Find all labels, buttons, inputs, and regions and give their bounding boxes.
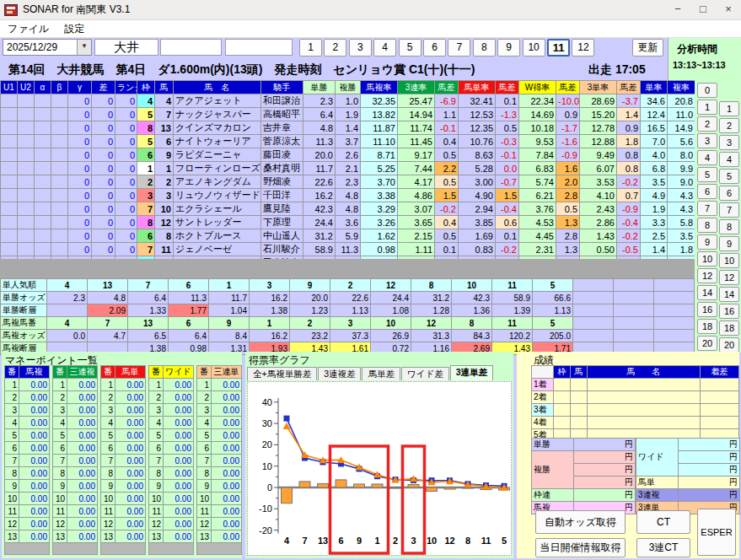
odds-rank-table: 単人気順41376139212810115単勝オッズ2.34.86.411.31… (0, 278, 695, 355)
odds-cell: 11 (492, 317, 533, 330)
select2-button-12[interactable]: 12 (719, 270, 739, 285)
select2-button-3[interactable]: 3 (719, 135, 739, 150)
esper-button[interactable]: ESPER (697, 509, 736, 556)
auto-odds-button[interactable]: 自動オッズ取得 (535, 510, 626, 534)
select-button-10[interactable]: 10 (697, 251, 717, 267)
race-button-3[interactable]: 3 (349, 39, 372, 57)
select-button-0[interactable]: 0 (697, 83, 717, 98)
zero-cell: 0 (115, 108, 137, 121)
select-button-14[interactable]: 14 (697, 285, 717, 300)
select2-button-9[interactable]: 9 (719, 236, 739, 251)
graph-tab-0[interactable]: 全+馬複単勝差 (247, 367, 317, 380)
track-field[interactable]: 大井 (94, 39, 158, 56)
svg-text:4: 4 (284, 536, 290, 546)
money-no-cell: 6 (149, 442, 164, 455)
zero-cell: 0 (92, 216, 115, 229)
sanren-ct-button[interactable]: 3連CT (636, 538, 690, 557)
zero-cell: 0 (68, 175, 92, 189)
horse-number-cell: 1 (155, 162, 174, 175)
money-no-cell: 4 (101, 417, 115, 429)
date-select[interactable]: 2025/12/29 ▼ (3, 39, 92, 56)
select-button-9[interactable]: 9 (697, 234, 717, 250)
money-no-cell: 10 (5, 493, 19, 505)
select2-button-8[interactable]: 8 (719, 219, 739, 234)
race-button-5[interactable]: 5 (399, 39, 422, 57)
race-button-1[interactable]: 1 (299, 39, 322, 57)
empty-cell (1, 216, 18, 229)
select-button-1[interactable]: 1 (697, 100, 717, 115)
money-value-cell: 0.00 (212, 404, 242, 417)
select2-button-18[interactable]: 18 (719, 320, 739, 336)
row-label: 単勝断層 (1, 304, 47, 317)
race-button-9[interactable]: 9 (497, 39, 520, 57)
select2-button-4[interactable]: 4 (719, 152, 739, 167)
value-cell: 9.53 (519, 135, 556, 148)
select-button-4[interactable]: 4 (697, 150, 717, 165)
empty-cell (614, 279, 654, 292)
horse-number-cell: 8 (155, 229, 174, 243)
select2-button-16[interactable]: 16 (719, 304, 739, 319)
jockey-cell: 桑村真明 (261, 162, 303, 175)
money-type-header: 馬単 (115, 366, 146, 379)
select2-button-20[interactable]: 20 (719, 337, 739, 353)
value-cell: 0.4 (435, 135, 459, 148)
graph-tab-4[interactable]: 3連単差 (450, 365, 493, 380)
race-button-10[interactable]: 10 (523, 39, 545, 57)
select2-button-6[interactable]: 6 (719, 186, 739, 201)
race-button-2[interactable]: 2 (324, 39, 346, 57)
chevron-down-icon[interactable]: ▼ (77, 40, 91, 55)
select-button-8[interactable]: 8 (697, 218, 717, 233)
race-button-6[interactable]: 6 (423, 39, 446, 57)
race-button-11[interactable]: 11 (547, 39, 570, 57)
select2-button-2[interactable]: 2 (719, 118, 739, 133)
close-icon[interactable]: × (716, 1, 741, 19)
select-button-18[interactable]: 18 (697, 319, 717, 334)
race-button-7[interactable]: 7 (448, 39, 470, 57)
column-header: 3連率 (398, 81, 435, 94)
select2-button-14[interactable]: 14 (719, 287, 739, 302)
value-cell: 1.9 (641, 202, 668, 216)
money-no-cell: 3 (53, 404, 67, 417)
select-button-5[interactable]: 5 (697, 167, 717, 182)
select-button-3[interactable]: 3 (697, 133, 717, 148)
svg-text:-20: -20 (259, 525, 272, 536)
day-info-button[interactable]: 当日開催情報取得 (535, 538, 626, 557)
select-button-7[interactable]: 7 (697, 201, 717, 216)
select2-button-5[interactable]: 5 (719, 169, 739, 184)
select2-button-7[interactable]: 7 (719, 202, 739, 218)
graph-tab-1[interactable]: 3連複差 (318, 367, 361, 380)
money-no-cell: 2 (53, 391, 67, 404)
minimize-icon[interactable]: − (665, 1, 690, 19)
payout-value: 円 (574, 439, 636, 451)
race-button-12[interactable]: 12 (572, 39, 594, 57)
select-button-16[interactable]: 16 (697, 302, 717, 317)
value-cell: 8.71 (361, 148, 398, 162)
select2-button-1[interactable]: 1 (719, 101, 739, 116)
graph-tab-2[interactable]: 馬単差 (362, 367, 400, 380)
select-button-20[interactable]: 20 (697, 336, 717, 351)
update-button[interactable]: 更新 (632, 39, 663, 57)
value-cell: -0.4 (496, 202, 519, 216)
column-header: 馬複率 (361, 81, 398, 94)
money-value-cell: 0.00 (164, 530, 194, 543)
money-row: 20.00 (53, 391, 98, 404)
menu-settings[interactable]: 設定 (56, 22, 92, 36)
table-row: 00069ラピダニーニャ藤田凌20.02.68.719.170.58.63-0.… (1, 148, 695, 162)
value-cell: 1.4 (641, 243, 668, 256)
ct-button[interactable]: CT (636, 510, 690, 534)
empty-cell (51, 202, 68, 216)
select-button-12[interactable]: 12 (697, 268, 717, 283)
race-button-8[interactable]: 8 (473, 39, 496, 57)
money-no-cell: 7 (101, 455, 115, 467)
maximize-icon[interactable]: □ (690, 1, 716, 19)
odds-row: 単勝オッズ2.34.86.411.311.716.220.022.624.431… (1, 292, 695, 304)
value-cell: 4.10 (580, 189, 617, 202)
select-button-6[interactable]: 6 (697, 184, 717, 199)
money-value-cell: 0.00 (67, 480, 98, 493)
select-button-2[interactable]: 2 (697, 116, 717, 132)
menu-file[interactable]: ファイル (0, 22, 56, 36)
empty-cell (51, 94, 68, 108)
select2-button-10[interactable]: 10 (719, 253, 739, 268)
race-button-4[interactable]: 4 (373, 39, 396, 57)
graph-tab-3[interactable]: ワイド差 (401, 367, 449, 380)
